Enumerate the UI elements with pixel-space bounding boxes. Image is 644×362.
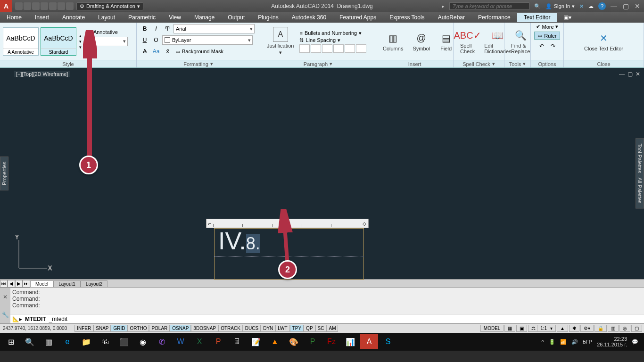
toggle-grid[interactable]: GRID [111,325,127,332]
quick-access-toolbar[interactable] [12,2,76,10]
workspace-selector[interactable]: ⚙ Drafting & Annotation ▾ [76,2,143,10]
status-layout-icon[interactable]: ▣ [516,325,527,332]
tab-performance[interactable]: Performance [471,13,517,22]
tab-annotate[interactable]: Annotate [56,13,91,22]
text-height-input[interactable]: 2 [86,37,128,46]
viewport-minimize-icon[interactable]: — [619,71,625,77]
notifications-icon[interactable]: 💬 [632,339,638,345]
scroll-down-icon[interactable]: ▾ [79,39,82,44]
close-button[interactable]: ✕ [635,2,640,10]
viewport-label[interactable]: [−][Top][2D Wireframe] [14,71,70,77]
system-tray[interactable]: ^ 🔋 📶 🔊 БГР 22:2326.11.2015 г. 💬 [541,336,642,347]
drawing-area[interactable]: [−][Top][2D Wireframe] — ▢ ✕ Properties … [0,68,644,279]
status-scale[interactable]: ⚖ 1:1▾ [528,325,556,332]
panel-title-formatting[interactable]: Formatting ▾ [137,60,260,67]
search-input[interactable] [449,2,529,10]
tab-output[interactable]: Output [221,13,251,22]
tab-express[interactable]: Express Tools [383,13,431,22]
undo-button[interactable]: ↶ [537,41,547,51]
minimize-button[interactable]: — [611,2,617,10]
signin-button[interactable]: 👤Sign In▾ [545,3,575,9]
justification-button[interactable]: A Justification▾ [263,26,297,57]
properties-palette-tab[interactable]: Properties [0,156,8,190]
cloud-icon[interactable]: ☁ [588,3,594,9]
qat-undo-icon[interactable] [58,2,65,10]
toggle-lwt[interactable]: LWT [275,325,289,332]
toggle-osnap[interactable]: OSNAP [170,325,191,332]
filezilla-icon[interactable]: Fz [322,334,340,349]
layout-tab-layout2[interactable]: Layout2 [81,280,108,287]
app-logo[interactable]: A [0,0,12,12]
qat-new-icon[interactable] [15,2,23,10]
find-replace-button[interactable]: 🔍Find & Replace [507,28,534,55]
columns-button[interactable]: ▥Columns [379,31,407,52]
excel-icon[interactable]: X [190,334,208,349]
store-icon[interactable]: 🛍 [96,334,114,349]
qat-save-icon[interactable] [32,2,40,10]
wifi-icon[interactable]: 📶 [560,339,567,345]
bold-button[interactable]: B [140,24,150,33]
status-annoscale-icon[interactable]: ▲ [557,325,568,332]
tab-overflow[interactable]: ▣▾ [557,13,578,22]
symbol-button[interactable]: @Symbol [409,31,434,52]
toggle-3dosnap[interactable]: 3DOSNAP [191,325,218,332]
overline-button[interactable]: Ō [151,35,161,45]
command-input[interactable]: 📐▸ MTEDIT _mtedit [10,314,644,323]
viber-icon[interactable]: ✆ [153,334,171,349]
qat-print-icon[interactable] [49,2,57,10]
tab-autorebar[interactable]: AutoRebar [431,13,471,22]
bullets-button[interactable]: ≡ Bullets and Numbering ▾ [299,30,366,36]
binoculars-icon[interactable]: 🔍 [534,3,541,9]
status-grid-icon[interactable]: ▦ [504,325,515,332]
alignment-grid[interactable] [299,44,366,53]
start-button[interactable]: ⊞ [2,334,20,349]
status-isolate-icon[interactable]: ◎ [619,325,630,332]
viewport-close-icon[interactable]: ✕ [636,71,640,77]
taskview-button[interactable]: ▥ [40,334,58,349]
layout-tab-model[interactable]: Model [30,280,53,287]
layout-first-icon[interactable]: ⏮ [0,280,8,288]
case-button[interactable]: Aa [151,47,161,56]
help-icon[interactable]: ? [598,2,606,10]
chevron-right-icon[interactable]: ▸ [442,3,445,9]
layout-last-icon[interactable]: ⏭ [23,280,30,288]
language-indicator[interactable]: БГР [583,339,593,345]
toggle-ducs[interactable]: DUCS [243,325,261,332]
exchange-icon[interactable]: ✕ [579,3,584,9]
clock[interactable]: 22:2326.11.2015 г. [597,336,627,347]
battery-icon[interactable]: 🔋 [549,339,555,345]
qat-redo-icon[interactable] [66,2,74,10]
app2-icon[interactable]: 📊 [341,334,359,349]
chrome-icon[interactable]: ◉ [134,334,152,349]
mask-icon[interactable] [86,48,93,54]
toggle-am[interactable]: AM [326,325,338,332]
clear-format-button[interactable]: x̄ [162,47,173,56]
calculator-icon[interactable]: 🖩 [228,334,246,349]
status-annovis-icon[interactable]: ✱ [569,325,579,332]
style-annotative[interactable]: AaBbCcD A Annotative [3,27,39,56]
toggle-ortho[interactable]: ORTHO [127,325,149,332]
app-icon[interactable]: ⬛ [115,334,133,349]
notepad-icon[interactable]: 📝 [247,334,265,349]
cmd-options-icon[interactable]: 🔧 [2,312,9,318]
spellcheck-button[interactable]: ABC✓Spell Check [456,28,479,55]
project-icon[interactable]: P [304,334,322,349]
style-standard[interactable]: AaBbCcD Standard [41,27,76,56]
tab-text-editor[interactable]: Text Editor [517,13,557,22]
toggle-infer[interactable]: INFER [74,325,93,332]
layout-tab-layout1[interactable]: Layout1 [53,280,81,287]
tab-featured[interactable]: Featured Apps [333,13,383,22]
edge-icon[interactable]: e [58,334,76,349]
toggle-qp[interactable]: QP [304,325,315,332]
tab-autodesk360[interactable]: Autodesk 360 [285,13,333,22]
tab-plugins[interactable]: Plug-ins [251,13,285,22]
underline-button[interactable]: U [140,35,150,45]
tab-home[interactable]: Home [0,13,28,22]
status-ws-icon[interactable]: ⚙▾ [580,325,594,332]
italic-button[interactable]: I [151,24,161,33]
background-mask-button[interactable]: ▭ Background Mask [175,49,223,55]
mtext-ruler[interactable]: ⌐ ◇ [206,219,369,228]
toggle-sc[interactable]: SC [315,325,327,332]
line-spacing-button[interactable]: ⇅ Line Spacing ▾ [299,37,366,43]
qat-open-icon[interactable] [24,2,31,10]
